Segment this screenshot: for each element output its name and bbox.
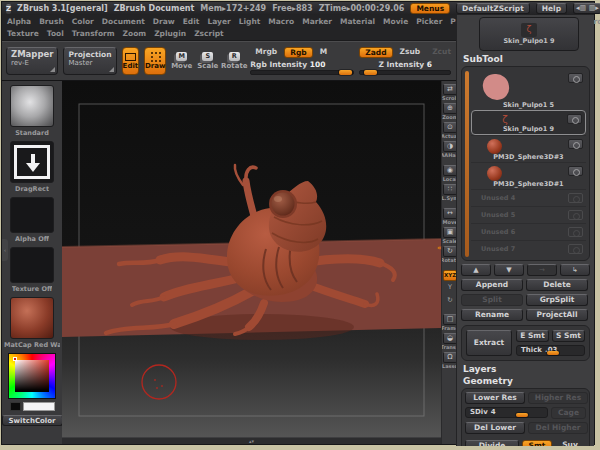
left-tray-divider[interactable]: ‹: [2, 239, 8, 261]
menu-layer[interactable]: Layer: [207, 16, 230, 28]
secondary-color-swatch[interactable]: [10, 402, 21, 411]
delete-button[interactable]: Delete: [526, 279, 588, 291]
shelf-z-rotate-button[interactable]: ↻: [443, 296, 457, 307]
menu-brush[interactable]: Brush: [39, 16, 64, 28]
main-color-swatch[interactable]: [23, 402, 55, 411]
color-picker[interactable]: [8, 353, 56, 399]
menus-button[interactable]: Menus: [410, 3, 450, 14]
stroke-thumbnail[interactable]: [10, 141, 54, 183]
zadd-button[interactable]: Zadd: [359, 47, 392, 58]
cage-button[interactable]: Cage: [551, 407, 586, 419]
subtool-item-selected[interactable]: ζ Skin_Pulpo1 9: [471, 110, 586, 135]
rename-button[interactable]: Rename: [461, 309, 523, 321]
layers-section-header[interactable]: Layers: [463, 364, 590, 374]
menu-tool[interactable]: Tool: [47, 28, 64, 40]
lower-res-button[interactable]: Lower Res: [465, 392, 525, 404]
slider-thumb[interactable]: [516, 413, 528, 417]
divide-button[interactable]: Divide: [465, 440, 519, 446]
mrgb-button[interactable]: Mrgb: [250, 47, 282, 58]
subtool-duplicate-button[interactable]: →: [527, 264, 557, 276]
subtool-up-button[interactable]: ▲: [461, 264, 491, 276]
active-tool-button[interactable]: ζ Skin_Pulpo1 9: [479, 17, 579, 51]
subtool-item-unused[interactable]: Unused 5: [471, 206, 586, 223]
zsub-button[interactable]: Zsub: [395, 47, 426, 58]
menu-transform[interactable]: Transform: [72, 28, 115, 40]
menu-zscript[interactable]: Zscript: [194, 28, 224, 40]
subtool-insert-button[interactable]: ↳: [560, 264, 590, 276]
zmapper-button[interactable]: ZMapper rev-E: [6, 47, 58, 75]
append-button[interactable]: Append: [461, 279, 523, 291]
s-smt-button[interactable]: S Smt: [552, 330, 585, 342]
menu-marker[interactable]: Marker: [302, 16, 332, 28]
subtool-section-header[interactable]: SubTool: [463, 54, 590, 64]
projectall-button[interactable]: ProjectAll: [526, 309, 588, 321]
menu-picker[interactable]: Picker: [416, 16, 442, 28]
canvas-bottom-bar: ▴▾: [62, 437, 441, 444]
rgb-button[interactable]: Rgb: [284, 47, 313, 58]
visibility-eye-icon[interactable]: [568, 139, 583, 149]
move-mode-button[interactable]: M Move: [171, 47, 192, 75]
tray-resize-handle[interactable]: ▴▾: [249, 438, 254, 444]
menu-movie[interactable]: Movie: [383, 16, 408, 28]
menu-alpha[interactable]: Alpha: [7, 16, 31, 28]
menu-zplugin[interactable]: Zplugin: [154, 28, 186, 40]
brush-thumbnail[interactable]: [10, 85, 54, 127]
subtool-scrollbar[interactable]: [465, 71, 469, 257]
menu-material[interactable]: Material: [340, 16, 375, 28]
geometry-section-header[interactable]: Geometry: [463, 376, 590, 386]
menu-draw[interactable]: Draw: [153, 16, 175, 28]
subtool-item-unused[interactable]: Unused 4: [471, 189, 586, 206]
extract-button[interactable]: Extract: [466, 330, 512, 356]
left-panel-toggle-icon[interactable]: ◂▥ ▥▸: [573, 3, 600, 14]
thick-slider[interactable]: Thick .03: [516, 345, 585, 356]
subtool-item-unused[interactable]: Unused 7: [471, 240, 586, 257]
rgb-intensity-slider[interactable]: Rgb Intensity 100: [250, 60, 354, 75]
visibility-eye-icon[interactable]: [568, 166, 583, 176]
smt-button[interactable]: Smt: [522, 440, 552, 446]
higher-res-button[interactable]: Higher Res: [528, 392, 588, 404]
suv-button[interactable]: Suv: [555, 440, 585, 446]
shelf-xyz-button[interactable]: XYZ: [443, 270, 457, 281]
subtool-item[interactable]: PM3D_Sphere3D#3: [471, 135, 586, 162]
right-tray-divider-arrow[interactable]: «: [437, 241, 442, 255]
del-higher-button[interactable]: Del Higher: [528, 422, 588, 434]
switch-color-button[interactable]: SwitchColor: [2, 415, 62, 426]
projection-master-button[interactable]: Projection Master: [63, 47, 116, 75]
default-zscript-button[interactable]: DefaultZScript: [456, 3, 530, 14]
sdiv-slider[interactable]: SDiv 4: [465, 407, 548, 418]
menu-color[interactable]: Color: [72, 16, 94, 28]
draw-mode-button[interactable]: Draw: [144, 47, 166, 75]
slider-thumb[interactable]: [547, 351, 559, 355]
subtool-down-button[interactable]: ▼: [494, 264, 524, 276]
subtool-item-unused[interactable]: Unused 6: [471, 223, 586, 240]
menu-texture[interactable]: Texture: [7, 28, 39, 40]
grpsplit-button[interactable]: GrpSplit: [526, 294, 588, 306]
visibility-eye-icon[interactable]: [567, 114, 582, 124]
help-button[interactable]: Help: [536, 3, 567, 14]
zcut-button[interactable]: Zcut: [427, 47, 456, 58]
m-button[interactable]: M: [315, 47, 332, 58]
z-intensity-slider[interactable]: Z Intensity 6: [359, 60, 451, 75]
edit-mode-button[interactable]: Edit: [122, 47, 140, 75]
geometry-group: Lower Res Higher Res SDiv 4 Cage Del Low…: [461, 388, 590, 446]
subtool-item[interactable]: PM3D_Sphere3D#1: [471, 162, 586, 189]
visibility-eye-icon[interactable]: [568, 73, 583, 83]
slider-thumb[interactable]: [339, 70, 352, 75]
shelf-y-axis-button[interactable]: Y: [443, 283, 457, 294]
rotate-mode-button[interactable]: R Rotate: [223, 47, 245, 75]
texture-thumbnail[interactable]: [10, 247, 54, 283]
menu-light[interactable]: Light: [239, 16, 261, 28]
menu-edit[interactable]: Edit: [183, 16, 200, 28]
alpha-thumbnail[interactable]: [10, 197, 54, 233]
menu-macro[interactable]: Macro: [268, 16, 294, 28]
e-smt-button[interactable]: E Smt: [516, 330, 549, 342]
slider-thumb[interactable]: [364, 70, 377, 75]
material-thumbnail[interactable]: [10, 297, 54, 339]
subtool-item[interactable]: Skin_Pulpo1 5: [471, 70, 586, 110]
menu-document[interactable]: Document: [102, 16, 145, 28]
scale-mode-button[interactable]: S Scale: [197, 47, 218, 75]
split-button[interactable]: Split: [461, 294, 523, 306]
del-lower-button[interactable]: Del Lower: [465, 422, 525, 434]
menu-zoom[interactable]: Zoom: [123, 28, 147, 40]
document-canvas[interactable]: [62, 81, 441, 437]
